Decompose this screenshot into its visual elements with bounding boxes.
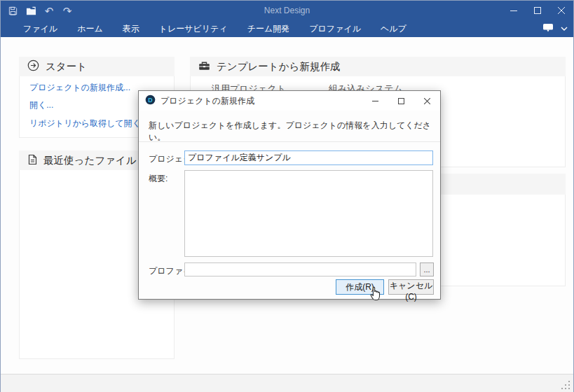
menu-view[interactable]: 表示 xyxy=(113,20,149,38)
app-window: ↶ ↷ Next Design ファイル ホーム 表示 トレーサビリティ チーム… xyxy=(0,0,574,392)
link-open[interactable]: 開く... xyxy=(29,99,53,111)
summary-label: 概要: xyxy=(149,173,168,185)
link-new-project[interactable]: プロジェクトの新規作成... xyxy=(29,82,130,94)
summary-textarea[interactable] xyxy=(184,170,433,257)
menubar: ファイル ホーム 表示 トレーサビリティ チーム開発 プロファイル ヘルプ xyxy=(1,20,573,37)
new-project-dialog: D プロジェクトの新規作成 新しいプロジェクトを作成します。プロジェクトの情報を… xyxy=(138,90,441,300)
titlebar: ↶ ↷ Next Design xyxy=(1,1,573,20)
dialog-maximize-icon[interactable] xyxy=(388,91,414,111)
maximize-icon[interactable] xyxy=(526,1,549,20)
menu-profile[interactable]: プロファイル xyxy=(299,20,371,38)
statusbar xyxy=(1,374,573,392)
dialog-titlebar: D プロジェクトの新規作成 xyxy=(139,91,440,111)
menu-home[interactable]: ホーム xyxy=(67,20,113,38)
save-icon[interactable] xyxy=(5,3,20,18)
open-project-icon[interactable] xyxy=(23,3,39,18)
dialog-divider xyxy=(139,141,440,142)
next-design-logo-icon: D xyxy=(145,94,156,107)
link-open-from-repository[interactable]: リポジトリから取得して開く... xyxy=(29,118,148,130)
redo-icon[interactable]: ↷ xyxy=(60,3,75,18)
template-section-title: テンプレートから新規作成 xyxy=(217,60,340,74)
start-section-title: スタート xyxy=(46,60,87,74)
feedback-icon[interactable] xyxy=(542,22,554,35)
resize-grip[interactable] xyxy=(561,381,570,389)
cancel-button[interactable]: キャンセル(C) xyxy=(388,279,434,295)
start-section-header: スタート xyxy=(19,57,175,76)
window-controls xyxy=(502,1,573,20)
arrow-right-circle-icon xyxy=(27,59,39,74)
chevron-down-icon[interactable] xyxy=(561,24,568,34)
dialog-title: プロジェクトの新規作成 xyxy=(160,95,254,107)
menu-team[interactable]: チーム開発 xyxy=(238,20,300,38)
undo-icon[interactable]: ↶ xyxy=(41,3,57,18)
window-title: Next Design xyxy=(1,6,573,15)
menu-traceability[interactable]: トレーサビリティ xyxy=(149,20,238,38)
profile-input[interactable] xyxy=(184,262,416,276)
toolbox-icon xyxy=(198,60,210,74)
menu-help[interactable]: ヘルプ xyxy=(371,20,416,38)
menu-file[interactable]: ファイル xyxy=(13,20,67,38)
project-name-input[interactable] xyxy=(184,150,433,165)
profile-browse-button[interactable]: ... xyxy=(420,262,434,276)
template-section-header: テンプレートから新規作成 xyxy=(190,57,566,76)
dialog-minimize-icon[interactable] xyxy=(362,91,388,111)
create-button[interactable]: 作成(R) xyxy=(336,279,384,295)
svg-text:D: D xyxy=(148,97,153,104)
document-icon xyxy=(27,154,37,167)
minimize-icon[interactable] xyxy=(502,1,526,20)
dialog-description: 新しいプロジェクトを作成します。プロジェクトの情報を入力してください。 xyxy=(149,120,440,144)
close-icon[interactable] xyxy=(549,1,573,20)
quick-access-toolbar: ↶ ↷ xyxy=(1,3,75,18)
recent-files-title: 最近使ったファイル xyxy=(43,154,137,167)
dialog-close-icon[interactable] xyxy=(414,91,440,111)
